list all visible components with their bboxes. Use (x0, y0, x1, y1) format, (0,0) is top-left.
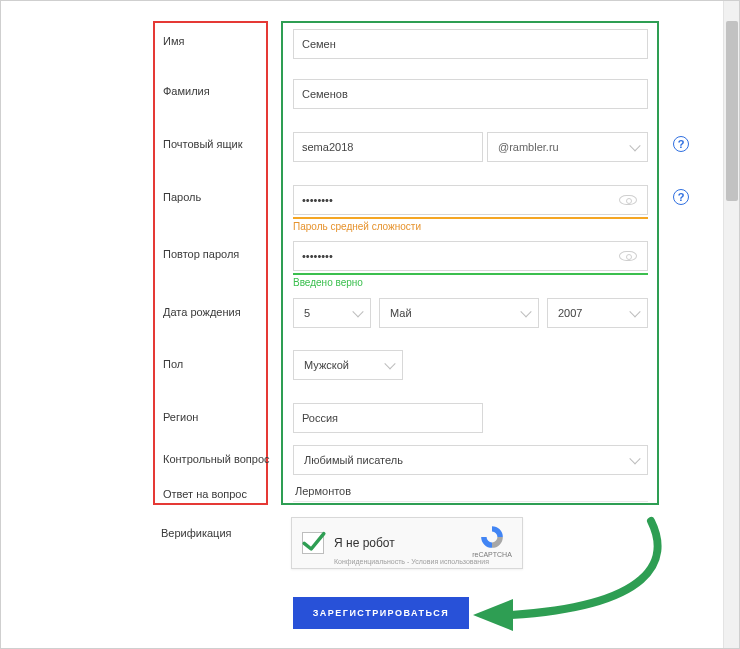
birth-month-select[interactable]: Май (379, 298, 539, 328)
password-strength-underline (293, 217, 648, 219)
birth-year-select[interactable]: 2007 (547, 298, 648, 328)
mail-domain-value: @rambler.ru (498, 141, 559, 153)
mail-local-input[interactable]: sema2018 (293, 132, 483, 162)
label-password-repeat: Повтор пароля (163, 248, 239, 260)
recaptcha-fineprint: Конфиденциальность - Условия использован… (334, 558, 489, 565)
password-repeat-hint: Введено верно (293, 277, 363, 288)
label-gender: Пол (163, 358, 183, 370)
birth-day-select[interactable]: 5 (293, 298, 371, 328)
label-secret-question: Контрольный вопрос (163, 453, 270, 465)
password-repeat-underline (293, 273, 648, 275)
scrollbar-thumb[interactable] (726, 21, 738, 201)
label-region: Регион (163, 411, 198, 423)
last-name-input[interactable]: Семенов (293, 79, 648, 109)
recaptcha-logo: reCAPTCHA (472, 524, 512, 558)
recaptcha-brand: reCAPTCHA (472, 551, 512, 558)
help-mailbox-icon[interactable]: ? (673, 136, 689, 152)
birth-year-value: 2007 (558, 307, 582, 319)
label-verification: Верификация (161, 527, 232, 539)
chevron-down-icon (629, 140, 640, 151)
chevron-down-icon (352, 306, 363, 317)
vertical-scrollbar[interactable] (723, 1, 739, 648)
secret-answer-input[interactable]: Лермонтов (293, 480, 648, 502)
region-input[interactable]: Россия (293, 403, 483, 433)
label-password: Пароль (163, 191, 201, 203)
birth-month-value: Май (390, 307, 412, 319)
password-input[interactable]: •••••••• (293, 185, 648, 215)
recaptcha-widget[interactable]: Я не робот reCAPTCHA Конфиденциальность … (291, 517, 523, 569)
eye-icon[interactable] (619, 251, 637, 261)
first-name-input[interactable]: Семен (293, 29, 648, 59)
birth-day-value: 5 (304, 307, 310, 319)
secret-question-value: Любимый писатель (304, 454, 403, 466)
password-strength-hint: Пароль средней сложности (293, 221, 421, 232)
password-masked-value: •••••••• (302, 194, 333, 206)
label-first-name: Имя (163, 35, 184, 47)
labels-annotation-box: Имя Фамилия Почтовый ящик Пароль Повтор … (153, 21, 268, 505)
svg-marker-0 (473, 599, 513, 631)
label-last-name: Фамилия (163, 85, 210, 97)
label-birth-date: Дата рождения (163, 306, 241, 318)
help-password-icon[interactable]: ? (673, 189, 689, 205)
gender-value: Мужской (304, 359, 349, 371)
chevron-down-icon (384, 358, 395, 369)
password-repeat-masked-value: •••••••• (302, 250, 333, 262)
password-repeat-input[interactable]: •••••••• (293, 241, 648, 271)
eye-icon[interactable] (619, 195, 637, 205)
register-button[interactable]: ЗАРЕГИСТРИРОВАТЬСЯ (293, 597, 469, 629)
secret-question-select[interactable]: Любимый писатель (293, 445, 648, 475)
chevron-down-icon (520, 306, 531, 317)
chevron-down-icon (629, 453, 640, 464)
label-mailbox: Почтовый ящик (163, 138, 242, 150)
mail-domain-select[interactable]: @rambler.ru (487, 132, 648, 162)
inputs-annotation-box: Семен Семенов sema2018 @rambler.ru •••••… (281, 21, 659, 505)
recaptcha-label: Я не робот (334, 536, 395, 550)
gender-select[interactable]: Мужской (293, 350, 403, 380)
chevron-down-icon (629, 306, 640, 317)
label-secret-answer: Ответ на вопрос (163, 488, 247, 500)
recaptcha-checkbox[interactable] (302, 532, 324, 554)
recaptcha-icon (479, 524, 505, 550)
page-canvas: Имя Фамилия Почтовый ящик Пароль Повтор … (0, 0, 740, 649)
